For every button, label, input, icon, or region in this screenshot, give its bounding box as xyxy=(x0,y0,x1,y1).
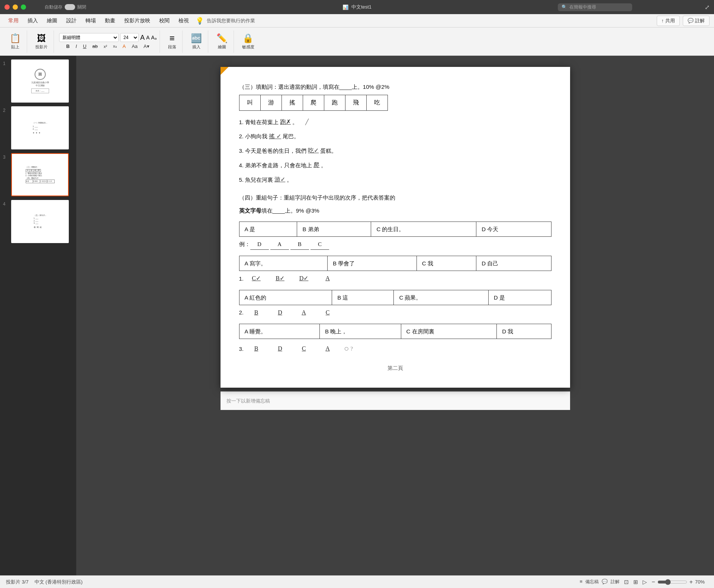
menu-item-animations[interactable]: 動畫 xyxy=(101,16,119,26)
italic-button[interactable]: I xyxy=(73,43,79,50)
g1-a: A 寫字。 xyxy=(239,256,328,271)
example-table-section: A 是 B 弟弟 C 的生日。 D 今天 例：D A B C xyxy=(239,222,551,250)
search-placeholder: 在簡報中搜尋 xyxy=(569,4,596,10)
toolbar-group-paste: 📋 貼上 xyxy=(4,30,27,53)
g1-num: 1. xyxy=(239,274,244,284)
g2-d: D 是 xyxy=(488,290,551,305)
font-reset-icon[interactable]: Aₐ xyxy=(151,35,156,41)
font-size-decrease-icon[interactable]: A xyxy=(146,35,149,41)
slide-item-4[interactable]: 4 （五）寫句子... 1. ___ 2. ___ 3. ___ 教閱組 xyxy=(3,200,73,243)
font-size-increase-icon[interactable]: A xyxy=(140,34,145,42)
word-choice-2: 搖 xyxy=(282,95,303,110)
share-button[interactable]: ↑ 共用 xyxy=(657,16,680,26)
section4-sub-bold: 英文字母 xyxy=(239,207,261,214)
menu-item-design[interactable]: 設計 xyxy=(62,16,80,26)
paragraph-icon: ≡ xyxy=(170,33,175,43)
group2-answer-line: 2. B D A C xyxy=(239,307,551,318)
strikethrough-button[interactable]: ab xyxy=(90,43,100,50)
bold-button[interactable]: B xyxy=(64,43,72,50)
slide-thumb-content-2: （一）聆聽短文... 1. ___ 2. ___ ★★★ xyxy=(12,107,68,149)
close-button[interactable] xyxy=(4,4,10,10)
insert-button[interactable]: 🔤 插入 xyxy=(188,32,205,51)
canvas-area[interactable]: （三）填動詞：選出適當的動詞，填寫在____上。10% @2% 叫 游 搖 爬 … xyxy=(76,56,714,575)
menu-item-transitions[interactable]: 轉場 xyxy=(82,16,100,26)
minimize-button[interactable] xyxy=(13,4,18,10)
g3-ans-3: C xyxy=(293,343,315,354)
s2-num: 2. 小狗向我 xyxy=(239,131,268,141)
slide-item-1[interactable]: 1 圖 九龍城區信義小學 中文測驗 姓名：___ xyxy=(3,59,73,103)
sentence-3: 3. 今天是爸爸的生日，我們 吃✓ 蛋糕。 xyxy=(239,145,551,156)
notes-icon[interactable]: ≡ xyxy=(580,579,583,585)
text-highlight-button[interactable]: A▾ xyxy=(141,43,152,50)
search-bar[interactable]: 🔍 在簡報中搜尋 xyxy=(558,3,632,11)
word-choice-4: 跑 xyxy=(324,95,345,110)
zoom-slider[interactable] xyxy=(657,579,687,585)
g1-ans-4: A xyxy=(316,273,339,284)
sentence-1: 1. 青蛙在荷葉上 跑✗ 。 ╱ xyxy=(239,117,551,127)
s5-suffix: 。 xyxy=(287,175,292,185)
menu-item-draw[interactable]: 繪圖 xyxy=(43,16,61,26)
slide-thumbnail-4[interactable]: （五）寫句子... 1. ___ 2. ___ 3. ___ 教閱組 xyxy=(11,200,69,243)
slide-item-3[interactable]: 3 （三）填動詞： 叫 游 搖 爬 1. 青蛙在荷葉上跑✗ 2. 小狗向我搖✓尾… xyxy=(3,153,73,196)
font-family-selector[interactable]: 新細明體 xyxy=(59,33,119,42)
g3-num: 3. xyxy=(239,344,244,354)
font-size-selector[interactable]: 24 xyxy=(120,33,139,42)
underline-button[interactable]: U xyxy=(81,43,89,50)
comment-icon-bottom[interactable]: 💬 xyxy=(602,579,608,585)
slide-thumbnail-2[interactable]: （一）聆聽短文... 1. ___ 2. ___ ★★★ xyxy=(11,106,69,149)
auto-save-toggle[interactable] xyxy=(65,4,75,10)
notes-label[interactable]: 備忘稿 xyxy=(585,579,599,585)
zoom-in-button[interactable]: + xyxy=(689,579,693,585)
slide-thumbnail-3[interactable]: （三）填動詞： 叫 游 搖 爬 1. 青蛙在荷葉上跑✗ 2. 小狗向我搖✓尾巴 … xyxy=(11,153,69,196)
sensitivity-button[interactable]: 🔒 敏感度 xyxy=(239,32,257,51)
s1-num: 1. 青蛙在荷葉上 xyxy=(239,117,279,127)
maximize-button[interactable] xyxy=(21,4,26,10)
fullscreen-icon[interactable]: ⤢ xyxy=(705,4,710,11)
slide-number-3: 3 xyxy=(3,153,8,160)
ex-b: B 弟弟 xyxy=(297,222,371,236)
menu-item-slideshow[interactable]: 投影片放映 xyxy=(120,16,154,26)
view-reading-icon[interactable]: ▷ xyxy=(643,579,647,585)
comment-button[interactable]: 💬 註解 xyxy=(683,16,710,26)
group1-answer-line: 1. C✓ B✓ D✓ A xyxy=(239,273,551,284)
group2-table-section: A 紅色的 B 這 C 蘋果。 D 是 2. B D A C xyxy=(239,290,551,318)
slide-thumb-content-3: （三）填動詞： 叫 游 搖 爬 1. 青蛙在荷葉上跑✗ 2. 小狗向我搖✓尾巴 … xyxy=(12,154,68,196)
comments-label[interactable]: 註解 xyxy=(611,579,620,585)
notes-placeholder[interactable]: 按一下以新增備忘稿 xyxy=(226,398,270,404)
auto-save-status: 關閉 xyxy=(77,4,86,10)
highlight-button[interactable]: Aa xyxy=(129,43,140,50)
draw-button[interactable]: ✏️ 繪圖 xyxy=(213,32,231,51)
g1-ans-1: C✓ xyxy=(245,273,267,284)
menu-item-review[interactable]: 校閱 xyxy=(155,16,173,26)
view-grid-icon[interactable]: ⊞ xyxy=(633,579,638,585)
word-choice-3: 爬 xyxy=(303,95,324,110)
g3-ans-4: A xyxy=(316,343,339,354)
draw-icon: ✏️ xyxy=(216,33,228,43)
subscript-button[interactable]: x₂ xyxy=(111,43,119,49)
g2-c: C 蘋果。 xyxy=(394,290,488,305)
section4-sub: 英文字母填在____上。9% @3% xyxy=(239,206,551,216)
notes-area[interactable]: 按一下以新增備忘稿 xyxy=(221,391,570,410)
view-normal-icon[interactable]: ⊡ xyxy=(624,579,629,585)
ex-a: A 是 xyxy=(239,222,297,236)
slide-button[interactable]: 🖼 投影片 xyxy=(32,32,51,51)
zoom-out-button[interactable]: − xyxy=(652,579,655,585)
slide-thumbnail-1[interactable]: 圖 九龍城區信義小學 中文測驗 姓名：___ xyxy=(11,59,69,103)
menu-item-view[interactable]: 檢視 xyxy=(175,16,193,26)
font-color-button[interactable]: A xyxy=(120,43,128,50)
search-hint-label[interactable]: 告訴我您要執行的作業 xyxy=(207,17,255,24)
ex-ans-2: A xyxy=(270,239,289,250)
paste-button[interactable]: 📋 貼上 xyxy=(7,32,24,51)
paragraph-button[interactable]: ≡ 段落 xyxy=(165,32,179,51)
ex-ans-1: D xyxy=(250,239,269,250)
slide-item-2[interactable]: 2 （一）聆聽短文... 1. ___ 2. ___ ★★★ xyxy=(3,106,73,149)
toolbar-group-slide: 🖼 投影片 xyxy=(29,30,54,53)
g3-c: C 在房間裏 xyxy=(401,324,497,339)
menu-item-insert[interactable]: 插入 xyxy=(24,16,42,26)
toolbar-group-paragraph: ≡ 段落 xyxy=(162,30,183,53)
superscript-button[interactable]: x² xyxy=(102,43,109,49)
menu-item-home[interactable]: 常用 xyxy=(4,16,22,26)
insert-icon: 🔤 xyxy=(191,33,202,43)
toolbar-group-sensitivity: 🔒 敏感度 xyxy=(236,30,260,53)
search-hint-icon: 💡 xyxy=(196,17,204,25)
